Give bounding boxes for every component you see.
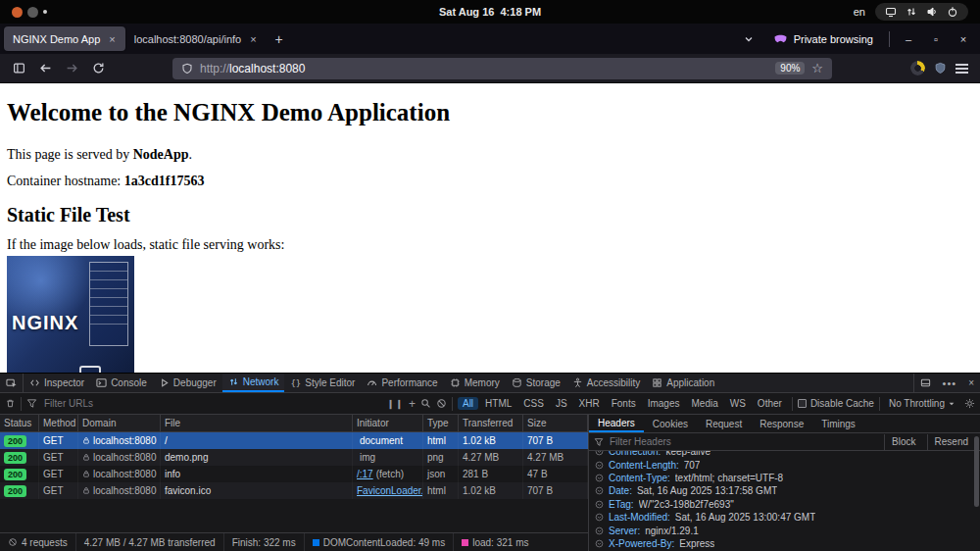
new-request-button[interactable]: + bbox=[409, 398, 416, 410]
window-close-button[interactable]: × bbox=[951, 33, 976, 45]
devtools-tab-accessibility[interactable]: Accessibility bbox=[566, 374, 646, 392]
inspector-icon bbox=[29, 377, 40, 388]
throttling-dropdown[interactable]: No Throttling bbox=[885, 397, 959, 410]
filter-html[interactable]: HTML bbox=[480, 397, 516, 410]
filter-ws[interactable]: WS bbox=[725, 397, 751, 410]
dock-options-button[interactable] bbox=[914, 377, 937, 388]
devtools-tab-performance[interactable]: Performance bbox=[361, 374, 443, 392]
forward-button[interactable] bbox=[61, 59, 83, 77]
tab-api-info[interactable]: localhost:8080/api/info × bbox=[125, 26, 267, 51]
extension-shield-icon[interactable] bbox=[934, 62, 947, 75]
workspace-indicator[interactable] bbox=[12, 7, 47, 18]
request-row-demo-png[interactable]: 200 GET localhost:8080 demo.png img png … bbox=[0, 449, 588, 466]
bookmark-star-icon[interactable]: ☆ bbox=[811, 62, 823, 75]
extension-icon[interactable] bbox=[910, 61, 925, 75]
devtools-close-button[interactable]: × bbox=[962, 377, 980, 388]
details-tab-headers[interactable]: Headers bbox=[589, 415, 644, 432]
pause-traffic-button[interactable]: ❙❙ bbox=[387, 399, 404, 409]
network-settings-button[interactable] bbox=[964, 398, 975, 409]
column-transferred[interactable]: Transferred bbox=[459, 415, 523, 431]
column-domain[interactable]: Domain bbox=[78, 415, 161, 431]
clear-requests-button[interactable] bbox=[5, 398, 16, 409]
devtools-tab-application[interactable]: Application bbox=[646, 374, 720, 392]
resend-button[interactable]: Resend bbox=[927, 434, 975, 450]
back-arrow-icon bbox=[39, 62, 52, 75]
lock-icon bbox=[82, 470, 90, 478]
devtools-tab-style-editor[interactable]: {} Style Editor bbox=[284, 374, 361, 392]
disable-cache-checkbox[interactable]: Disable Cache bbox=[798, 398, 874, 409]
header-row-etag[interactable]: ETag W/"2c3-198b2f7e693" bbox=[589, 498, 980, 511]
filter-js[interactable]: JS bbox=[551, 397, 572, 410]
column-type[interactable]: Type bbox=[423, 415, 459, 431]
details-tab-timings[interactable]: Timings bbox=[812, 415, 864, 432]
column-initiator[interactable]: Initiator bbox=[353, 415, 423, 431]
sidebar-toggle-button[interactable] bbox=[8, 59, 30, 77]
new-tab-button[interactable]: + bbox=[267, 31, 292, 47]
block-button[interactable]: Block bbox=[884, 434, 922, 450]
header-row-content-length[interactable]: Content-Length 707 bbox=[589, 458, 980, 471]
lock-icon bbox=[82, 453, 90, 462]
column-method[interactable]: Method bbox=[39, 415, 78, 431]
request-row-root[interactable]: 200 GET localhost:8080 / document html 1… bbox=[0, 432, 588, 449]
filter-other[interactable]: Other bbox=[753, 397, 787, 410]
header-row-connection[interactable]: Connection keep-alive bbox=[589, 451, 980, 458]
system-tray[interactable] bbox=[875, 3, 968, 21]
pick-element-button[interactable] bbox=[0, 374, 24, 392]
search-button[interactable] bbox=[420, 398, 431, 409]
devtools-tab-debugger[interactable]: Debugger bbox=[153, 374, 222, 392]
storage-icon bbox=[512, 377, 522, 388]
back-button[interactable] bbox=[34, 59, 57, 77]
url-bar[interactable]: http://localhost:8080 90% ☆ bbox=[172, 58, 832, 79]
devtools-tab-inspector[interactable]: Inspector bbox=[24, 374, 90, 392]
devtools-tab-network[interactable]: Network bbox=[222, 374, 285, 392]
filter-xhr[interactable]: XHR bbox=[574, 397, 605, 410]
column-status[interactable]: Status bbox=[0, 415, 39, 431]
reload-button[interactable] bbox=[87, 59, 110, 77]
filter-headers-input[interactable] bbox=[608, 435, 880, 448]
column-size[interactable]: Size bbox=[523, 415, 588, 431]
maximize-button[interactable]: ▫ bbox=[923, 33, 949, 45]
initiator-link[interactable]: /:17 bbox=[357, 466, 373, 482]
details-tab-response[interactable]: Response bbox=[751, 415, 812, 432]
column-file[interactable]: File bbox=[161, 415, 353, 431]
filter-media[interactable]: Media bbox=[687, 397, 723, 410]
details-tab-request[interactable]: Request bbox=[697, 415, 751, 432]
initiator-link[interactable]: FaviconLoader.sy… bbox=[357, 482, 423, 499]
filter-fonts[interactable]: Fonts bbox=[607, 397, 641, 410]
status-badge: 200 bbox=[4, 485, 26, 497]
devtools-tab-storage[interactable]: Storage bbox=[506, 374, 566, 392]
details-tab-bar: Headers Cookies Request Response Timings bbox=[589, 415, 980, 433]
request-row-info[interactable]: 200 GET localhost:8080 info /:17 (fetch)… bbox=[0, 466, 588, 482]
list-all-tabs-button[interactable] bbox=[736, 30, 761, 48]
request-list-panel: Status Method Domain File Initiator Type… bbox=[0, 415, 588, 551]
details-tab-cookies[interactable]: Cookies bbox=[644, 415, 697, 432]
volume-icon bbox=[926, 6, 938, 18]
tab-close-icon[interactable]: × bbox=[249, 33, 257, 45]
disable-cache-label: Disable Cache bbox=[810, 398, 874, 409]
filter-css[interactable]: CSS bbox=[518, 397, 549, 410]
tab-nginx-demo-app[interactable]: NGINX Demo App × bbox=[4, 26, 125, 51]
header-row-last-modified[interactable]: Last-Modified Sat, 16 Aug 2025 13:00:47 … bbox=[589, 511, 980, 524]
devtools-more-button[interactable]: ••• bbox=[937, 377, 963, 389]
devtools-tab-memory[interactable]: Memory bbox=[444, 374, 506, 392]
clock[interactable]: Sat Aug 16 4:18 PM bbox=[439, 6, 541, 18]
block-requests-button[interactable] bbox=[436, 398, 447, 409]
filter-urls-input[interactable] bbox=[42, 397, 170, 410]
keyboard-layout[interactable]: en bbox=[854, 6, 865, 18]
header-row-server[interactable]: Server nginx/1.29.1 bbox=[589, 524, 980, 536]
header-row-x-powered-by[interactable]: X-Powered-By Express bbox=[589, 537, 980, 550]
request-count[interactable]: 4 requests bbox=[22, 537, 68, 548]
tab-close-icon[interactable]: × bbox=[108, 33, 116, 45]
zoom-level-badge[interactable]: 90% bbox=[775, 62, 805, 75]
header-row-content-type[interactable]: Content-Type text/html; charset=UTF-8 bbox=[589, 472, 980, 484]
header-row-date[interactable]: Date Sat, 16 Aug 2025 13:17:58 GMT bbox=[589, 484, 980, 497]
headers-filter-row: Block Resend bbox=[589, 433, 980, 451]
request-row-favicon[interactable]: 200 GET localhost:8080 favicon.ico Favic… bbox=[0, 482, 588, 499]
filter-images[interactable]: Images bbox=[643, 397, 685, 410]
minimize-button[interactable]: – bbox=[896, 33, 921, 45]
status-badge: 200 bbox=[4, 469, 26, 480]
menu-icon[interactable] bbox=[956, 64, 968, 74]
details-scrollbar[interactable] bbox=[974, 436, 979, 507]
devtools-tab-console[interactable]: Console bbox=[90, 374, 153, 392]
filter-all[interactable]: All bbox=[458, 397, 478, 410]
